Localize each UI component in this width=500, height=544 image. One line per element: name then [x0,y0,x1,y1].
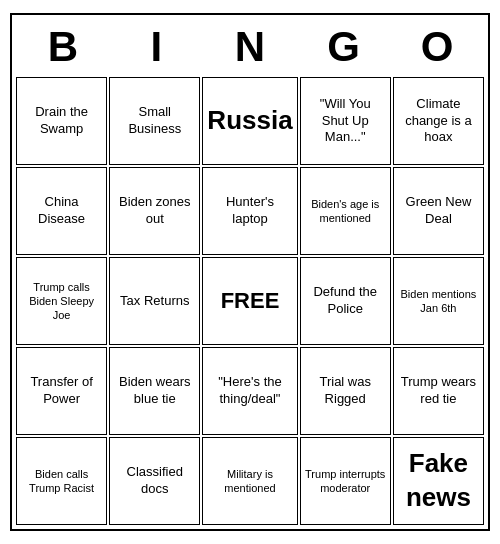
bingo-cell-23[interactable]: Trump interrupts moderator [300,437,391,525]
bingo-cell-24[interactable]: Fake news [393,437,484,525]
bingo-cell-12[interactable]: FREE [202,257,297,345]
bingo-cell-5[interactable]: China Disease [16,167,107,255]
bingo-cell-19[interactable]: Trump wears red tie [393,347,484,435]
bingo-cell-16[interactable]: Biden wears blue tie [109,347,200,435]
bingo-card: BINGO Drain the SwampSmall BusinessRussi… [10,13,490,531]
bingo-cell-1[interactable]: Small Business [109,77,200,165]
bingo-letter-n: N [203,19,297,75]
bingo-cell-6[interactable]: Biden zones out [109,167,200,255]
bingo-cell-10[interactable]: Trump calls Biden Sleepy Joe [16,257,107,345]
bingo-letter-g: G [297,19,391,75]
bingo-cell-9[interactable]: Green New Deal [393,167,484,255]
bingo-letter-i: I [110,19,204,75]
bingo-cell-8[interactable]: Biden's age is mentioned [300,167,391,255]
bingo-cell-18[interactable]: Trial was Rigged [300,347,391,435]
bingo-letter-b: B [16,19,110,75]
bingo-cell-21[interactable]: Classified docs [109,437,200,525]
bingo-cell-11[interactable]: Tax Returns [109,257,200,345]
bingo-cell-0[interactable]: Drain the Swamp [16,77,107,165]
bingo-cell-2[interactable]: Russia [202,77,297,165]
bingo-cell-14[interactable]: Biden mentions Jan 6th [393,257,484,345]
bingo-cell-17[interactable]: "Here's the thing/deal" [202,347,297,435]
bingo-cell-7[interactable]: Hunter's laptop [202,167,297,255]
bingo-cell-15[interactable]: Transfer of Power [16,347,107,435]
bingo-cell-3[interactable]: "Will You Shut Up Man..." [300,77,391,165]
bingo-cell-22[interactable]: Military is mentioned [202,437,297,525]
bingo-cell-13[interactable]: Defund the Police [300,257,391,345]
bingo-header: BINGO [16,19,484,75]
bingo-cell-20[interactable]: Biden calls Trump Racist [16,437,107,525]
bingo-letter-o: O [390,19,484,75]
bingo-cell-4[interactable]: Climate change is a hoax [393,77,484,165]
bingo-grid: Drain the SwampSmall BusinessRussia"Will… [16,77,484,525]
